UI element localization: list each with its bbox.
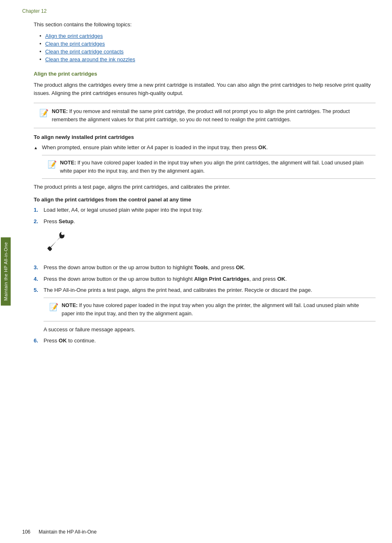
inner-note-label: NOTE: [60, 160, 76, 166]
inner-note-icon: 📝 [48, 159, 57, 170]
note-text: If you remove and reinstall the same pri… [52, 109, 350, 122]
note-label: NOTE: [52, 109, 68, 114]
clean-cartridges-link[interactable]: Clean the print cartridges [45, 41, 105, 47]
step-5: 5. The HP All-in-One prints a test page,… [34, 286, 376, 333]
footer-title: Maintain the HP All-in-One [39, 529, 97, 535]
step-text-2: Press Setup. [44, 217, 75, 226]
chapter-label: Chapter 12 [22, 8, 376, 14]
steps-list-2: 3. Press the down arrow button or the up… [34, 263, 376, 345]
step-num-3: 3. [34, 263, 40, 272]
step-text-4: Press the down arrow button or the up ar… [44, 275, 287, 283]
note-content: NOTE: If you remove and reinstall the sa… [52, 107, 370, 124]
step5-note-content: NOTE: If you have colored paper loaded i… [62, 301, 370, 318]
step-2: 2. Press Setup. [34, 217, 376, 226]
list-item: Align the print cartridges [39, 33, 376, 39]
step5-note-label: NOTE: [62, 303, 78, 308]
side-tab: Maintain the HP All-in-One [0, 0, 12, 543]
step-1: 1. Load letter, A4, or legal unused plai… [34, 206, 376, 214]
page-footer: 106 Maintain the HP All-in-One [22, 529, 376, 535]
triangle-list-item: When prompted, ensure plain white letter… [34, 143, 376, 179]
list-item: Clean the print cartridges [39, 41, 376, 47]
step5-note-text: If you have colored paper loaded in the … [62, 303, 359, 317]
tool-icon-area [44, 229, 376, 255]
step-num-1: 1. [34, 206, 40, 214]
step-text-6: Press OK to continue. [44, 337, 96, 345]
step-num-6: 6. [34, 337, 40, 345]
align-section-body: The product aligns the cartridges every … [34, 81, 376, 98]
main-content: Chapter 12 This section contains the fol… [22, 0, 376, 543]
align-section-heading: Align the print cartridges [34, 71, 376, 77]
step-5-content: The HP All-in-One prints a test page, al… [44, 286, 376, 333]
align-control-heading: To align the print cartridges from the c… [34, 196, 376, 203]
triangle-bullet-list: When prompted, ensure plain white letter… [34, 143, 376, 179]
align-link[interactable]: Align the print cartridges [45, 33, 103, 39]
step-num-5: 5. [34, 286, 40, 333]
step-6: 6. Press OK to continue. [34, 337, 376, 345]
step5-note-icon: 📝 [49, 302, 58, 313]
step-5-text: The HP All-in-One prints a test page, al… [44, 286, 376, 294]
step5-note-box: 📝 NOTE: If you have colored paper loaded… [44, 298, 376, 321]
list-item: Clean the print cartridge contacts [39, 49, 376, 55]
side-tab-label: Maintain the HP All-in-One [1, 237, 11, 305]
bullet-link-list: Align the print cartridges Clean the pri… [39, 33, 376, 62]
align-newly-heading: To align newly installed print cartridge… [34, 134, 376, 140]
list-item: Clean the area around the ink nozzles [39, 56, 376, 62]
step-num-2: 2. [34, 217, 40, 226]
step-text-1: Load letter, A4, or legal unused plain w… [44, 206, 203, 214]
page-wrapper: Maintain the HP All-in-One Chapter 12 Th… [0, 0, 392, 543]
step-num-4: 4. [34, 275, 40, 283]
inner-note-box: 📝 NOTE: If you have colored paper loaded… [42, 155, 376, 179]
clean-contacts-link[interactable]: Clean the print cartridge contacts [45, 49, 124, 55]
step5-after-text: A success or failure message appears. [44, 326, 376, 334]
footer-page-number: 106 [22, 529, 30, 535]
wrench-icon [44, 229, 69, 254]
step-4: 4. Press the down arrow button or the up… [34, 275, 376, 283]
step-text-3: Press the down arrow button or the up ar… [44, 263, 245, 272]
svg-rect-0 [47, 246, 53, 252]
clean-nozzles-link[interactable]: Clean the area around the ink nozzles [45, 56, 135, 62]
step-3: 3. Press the down arrow button or the up… [34, 263, 376, 272]
after-triangle-text: The product prints a test page, aligns t… [34, 183, 376, 191]
inner-note-content: NOTE: If you have colored paper loaded i… [60, 159, 370, 175]
intro-text: This section contains the following topi… [34, 21, 376, 29]
note-icon: 📝 [39, 108, 48, 119]
align-note-box: 📝 NOTE: If you remove and reinstall the … [34, 103, 376, 128]
steps-list: 1. Load letter, A4, or legal unused plai… [34, 206, 376, 225]
inner-note-text: If you have colored paper loaded in the … [60, 160, 364, 174]
